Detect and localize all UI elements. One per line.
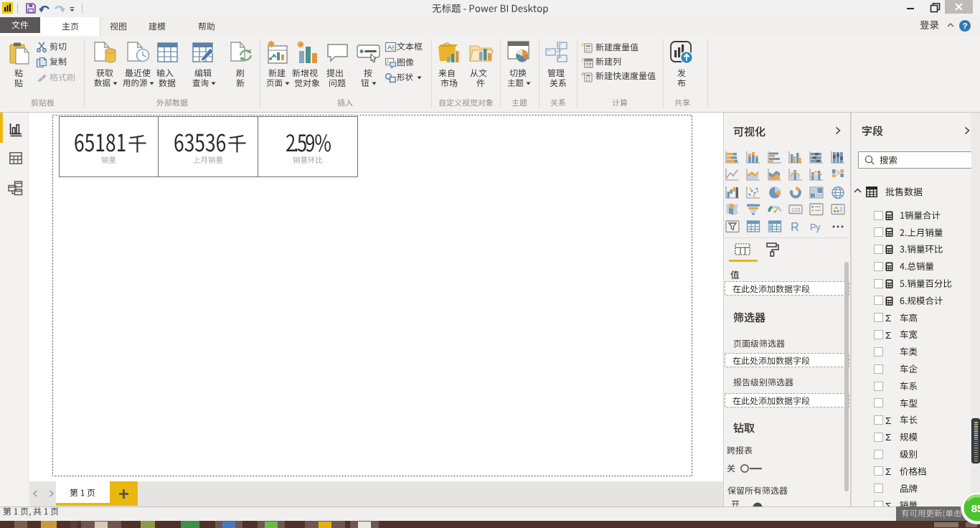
svg-text:Σ: Σ	[885, 330, 891, 341]
svg-text:Σ: Σ	[885, 466, 891, 477]
svg-text:Σ: Σ	[885, 313, 891, 324]
svg-text:123: 123	[791, 207, 801, 213]
svg-text:Py: Py	[810, 222, 821, 232]
svg-text:Σ: Σ	[885, 415, 891, 426]
svg-text:?: ?	[962, 22, 967, 30]
svg-text:R: R	[791, 221, 799, 233]
svg-text:85: 85	[971, 502, 980, 514]
svg-text:Σ: Σ	[885, 432, 891, 443]
svg-text:A: A	[387, 44, 392, 51]
